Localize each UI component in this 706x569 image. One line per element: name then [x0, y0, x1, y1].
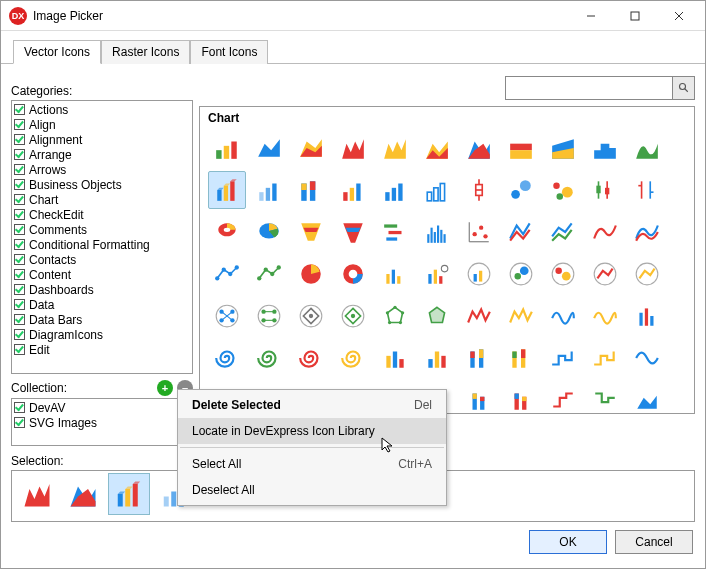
icon-radar2[interactable]: [418, 297, 456, 335]
icon-step-blue[interactable]: [544, 339, 582, 377]
category-item[interactable]: Actions: [14, 102, 190, 117]
category-item[interactable]: Content: [14, 267, 190, 282]
icon-sine[interactable]: [628, 339, 666, 377]
add-collection-button[interactable]: +: [157, 380, 173, 396]
icon-area-two[interactable]: [418, 129, 456, 167]
category-item[interactable]: Conditional Formatting: [14, 237, 190, 252]
category-item[interactable]: Comments: [14, 222, 190, 237]
checkbox-icon[interactable]: [14, 284, 25, 295]
icon-network1[interactable]: [208, 297, 246, 335]
icon-funnel-3d[interactable]: [292, 213, 330, 251]
checkbox-icon[interactable]: [14, 134, 25, 145]
icon-wave-blue[interactable]: [544, 297, 582, 335]
icon-histogram[interactable]: [418, 213, 456, 251]
icon-donut-3d[interactable]: [208, 213, 246, 251]
category-item[interactable]: CheckEdit: [14, 207, 190, 222]
checkbox-icon[interactable]: [14, 179, 25, 190]
menu-item[interactable]: Locate in DevExpress Icon Library: [178, 418, 446, 444]
icon-radar[interactable]: [376, 297, 414, 335]
icon-bar-stack-a[interactable]: [460, 339, 498, 377]
icon-line-multi[interactable]: [544, 213, 582, 251]
icon-box-plot[interactable]: [460, 171, 498, 209]
icon-line-jag-red[interactable]: [460, 297, 498, 335]
checkbox-icon[interactable]: [14, 104, 25, 115]
checkbox-icon[interactable]: [14, 254, 25, 265]
menu-item[interactable]: Delete SelectedDel: [178, 392, 446, 418]
icon-bar-colored[interactable]: [334, 171, 372, 209]
icon-area-stacked-3d[interactable]: [292, 129, 330, 167]
category-item[interactable]: Data Bars: [14, 312, 190, 327]
icon-bar-stack-b[interactable]: [502, 339, 540, 377]
icon-area-zig-yellow[interactable]: [376, 129, 414, 167]
category-item[interactable]: Arrows: [14, 162, 190, 177]
checkbox-icon[interactable]: [14, 299, 25, 310]
category-item[interactable]: Alignment: [14, 132, 190, 147]
category-item[interactable]: Contacts: [14, 252, 190, 267]
icon-spiral-red[interactable]: [292, 339, 330, 377]
checkbox-icon[interactable]: [14, 194, 25, 205]
checkbox-icon[interactable]: [14, 329, 25, 340]
icon-candlestick[interactable]: [586, 171, 624, 209]
icon-area-zig-red[interactable]: [334, 129, 372, 167]
checkbox-icon[interactable]: [14, 224, 25, 235]
icon-bar-stack-3d[interactable]: [292, 171, 330, 209]
icon-donut-red[interactable]: [334, 255, 372, 293]
icon-bar-red-blue[interactable]: [628, 297, 666, 335]
icon-bar-3col-b[interactable]: [418, 339, 456, 377]
icon-area-3d[interactable]: [208, 129, 246, 167]
icon-bar-3d[interactable]: [208, 171, 246, 209]
icon-gantt[interactable]: [376, 213, 414, 251]
category-item[interactable]: DiagramIcons: [14, 327, 190, 342]
icon-diamond-green[interactable]: [334, 297, 372, 335]
checkbox-icon[interactable]: [14, 209, 25, 220]
category-item[interactable]: Business Objects: [14, 177, 190, 192]
icon-wave-yellow[interactable]: [586, 297, 624, 335]
icon-line-zig[interactable]: [502, 213, 540, 251]
minimize-button[interactable]: [569, 2, 613, 30]
icon-area-step[interactable]: [586, 129, 624, 167]
collection-item[interactable]: DevAV: [14, 400, 190, 415]
icon-bar-solid[interactable]: [376, 171, 414, 209]
icon-area-flat[interactable]: [250, 129, 288, 167]
icon-spiral-blue[interactable]: [208, 339, 246, 377]
icon-area-mini[interactable]: [628, 381, 666, 414]
icon-pie-3d[interactable]: [250, 213, 288, 251]
icon-bubble[interactable]: [502, 171, 540, 209]
icon-network2[interactable]: [250, 297, 288, 335]
category-item[interactable]: Data: [14, 297, 190, 312]
icon-area-cross[interactable]: [460, 129, 498, 167]
menu-item[interactable]: Select AllCtrl+A: [178, 451, 446, 477]
cancel-button[interactable]: Cancel: [615, 530, 693, 554]
category-item[interactable]: Chart: [14, 192, 190, 207]
tab-font-icons[interactable]: Font Icons: [190, 40, 268, 64]
icon-spiral-green[interactable]: [250, 339, 288, 377]
icon-candlestick-red[interactable]: [628, 171, 666, 209]
category-item[interactable]: Edit: [14, 342, 190, 357]
icon-step-yellow[interactable]: [586, 339, 624, 377]
icon-bar-outline2[interactable]: [460, 255, 498, 293]
icon-step-c[interactable]: [544, 381, 582, 414]
checkbox-icon[interactable]: [14, 417, 25, 428]
icon-bar-outline[interactable]: [418, 171, 456, 209]
icon-scatter-xy[interactable]: [460, 213, 498, 251]
checkbox-icon[interactable]: [14, 314, 25, 325]
tab-raster-icons[interactable]: Raster Icons: [101, 40, 190, 64]
category-item[interactable]: Dashboards: [14, 282, 190, 297]
selection-item[interactable]: [108, 473, 150, 515]
icon-area-stacked2[interactable]: [544, 129, 582, 167]
icon-bar-stack-mini[interactable]: [460, 381, 498, 414]
icon-spline-yellow[interactable]: [628, 255, 666, 293]
collection-list[interactable]: DevAVSVG Images: [11, 398, 193, 446]
category-item[interactable]: Align: [14, 117, 190, 132]
icon-bubble-outline2[interactable]: [544, 255, 582, 293]
icon-bar-stack-mini2[interactable]: [502, 381, 540, 414]
collection-item[interactable]: SVG Images: [14, 415, 190, 430]
search-button[interactable]: [672, 77, 694, 99]
checkbox-icon[interactable]: [14, 149, 25, 160]
icon-area-spline[interactable]: [628, 129, 666, 167]
tab-vector-icons[interactable]: Vector Icons: [13, 40, 101, 64]
icon-bubble-yellow2[interactable]: [586, 255, 624, 293]
checkbox-icon[interactable]: [14, 239, 25, 250]
icon-bar-grad[interactable]: [250, 171, 288, 209]
close-button[interactable]: [657, 2, 701, 30]
